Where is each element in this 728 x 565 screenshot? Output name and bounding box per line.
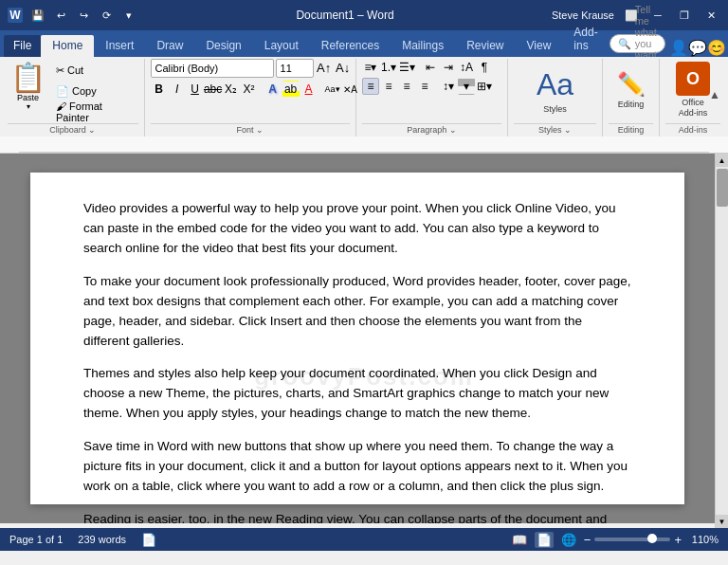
increase-indent-btn[interactable]: ⇥ (440, 59, 457, 76)
zoom-out-btn[interactable]: − (584, 533, 592, 547)
styles-label: Styles ⌄ (514, 123, 596, 135)
paragraph-1: Video provides a powerful way to help yo… (83, 199, 631, 259)
line-spacing-btn[interactable]: ↕▾ (440, 78, 457, 95)
user-name: Steve Krause (552, 9, 614, 21)
text-effects-btn[interactable]: A (264, 81, 282, 98)
document-title: Document1 – Word (138, 9, 552, 22)
para-expand-icon[interactable]: ⌄ (449, 125, 457, 135)
tab-insert[interactable]: Insert (94, 35, 145, 57)
share-btn[interactable]: 👤 (669, 38, 688, 57)
tab-file[interactable]: File (4, 35, 41, 57)
italic-btn[interactable]: I (169, 81, 186, 98)
scroll-down-btn[interactable]: ▼ (716, 515, 729, 528)
align-center-btn[interactable]: ≡ (380, 78, 397, 95)
document-page[interactable]: Video provides a powerful way to help yo… (30, 173, 684, 504)
paragraph-4: Save time in Word with new buttons that … (83, 437, 631, 497)
word-count[interactable]: 239 words (78, 534, 126, 545)
title-bar-left: W 💾 ↩ ↪ ⟳ ▾ (8, 6, 138, 25)
paragraph-group: ≡▾ 1.▾ ☰▾ ⇤ ⇥ ↕A ¶ ≡ ≡ ≡ ≡ ↕▾ ▾ (356, 59, 508, 137)
tab-mailings[interactable]: Mailings (391, 35, 455, 57)
save-quick-btn[interactable]: 💾 (28, 6, 47, 25)
zoom-controls: − + 110% (584, 533, 719, 547)
zoom-level[interactable]: 110% (685, 534, 719, 545)
scroll-thumb[interactable] (717, 169, 728, 207)
bold-btn[interactable]: B (151, 81, 168, 98)
grow-font-btn[interactable]: A↑ (316, 59, 333, 76)
highlight-btn[interactable]: ab (282, 81, 300, 98)
clipboard-expand-icon[interactable]: ⌄ (88, 125, 96, 135)
font-size-input[interactable] (276, 59, 314, 78)
restore-btn[interactable]: ❐ (675, 6, 694, 25)
paragraph-2: To make your document look professionall… (83, 272, 631, 352)
close-btn[interactable]: ✕ (701, 6, 720, 25)
styles-expand-icon[interactable]: ⌄ (564, 125, 572, 135)
status-right: 📖 📄 🌐 − + 110% (512, 532, 719, 548)
tab-review[interactable]: Review (455, 35, 515, 57)
scroll-up-btn[interactable]: ▲ (716, 154, 729, 167)
undo-quick-btn[interactable]: ↩ (51, 6, 70, 25)
read-mode-btn[interactable]: 📖 (512, 533, 527, 547)
justify-btn[interactable]: ≡ (416, 78, 433, 95)
page-info[interactable]: Page 1 of 1 (9, 534, 63, 545)
ribbon-collapse-btn[interactable]: ▲ (707, 87, 722, 102)
editing-icon: ✏️ (617, 71, 646, 98)
paste-btn[interactable]: 📋 Paste ▾ (8, 59, 48, 114)
borders-btn[interactable]: ⊞▾ (476, 78, 493, 95)
comments-btn[interactable]: 💬 (688, 38, 707, 57)
tab-addins[interactable]: Add-ins (562, 22, 609, 57)
underline-btn[interactable]: U (187, 81, 204, 98)
tell-me-bar[interactable]: 🔍 Tell me what you want to do (610, 34, 665, 53)
redo-quick-btn[interactable]: ↪ (74, 6, 93, 25)
editing-label: Editing (609, 123, 653, 135)
sort-btn[interactable]: ↕A (458, 59, 475, 76)
vertical-scrollbar[interactable]: ▲ ▼ (715, 154, 728, 528)
font-expand-icon[interactable]: ⌄ (256, 125, 264, 135)
numbering-btn[interactable]: 1.▾ (380, 59, 397, 76)
document-area-wrapper: groovyPost.com Video provides a powerful… (0, 154, 728, 528)
customize-quick-btn[interactable]: ▾ (119, 6, 138, 25)
bullets-btn[interactable]: ≡▾ (362, 59, 379, 76)
multilevel-btn[interactable]: ☰▾ (398, 59, 415, 76)
align-right-btn[interactable]: ≡ (398, 78, 415, 95)
scroll-track[interactable] (716, 167, 728, 515)
font-color-btn[interactable]: A (300, 81, 318, 98)
tab-design[interactable]: Design (194, 35, 252, 57)
decrease-indent-btn[interactable]: ⇤ (422, 59, 439, 76)
ribbon: 📋 Paste ▾ ✂ Cut 📄 Copy 🖌 Format Painter … (0, 57, 728, 137)
shrink-font-btn[interactable]: A↓ (335, 59, 352, 76)
cut-btn[interactable]: ✂ Cut (50, 61, 138, 80)
web-layout-btn[interactable]: 🌐 (561, 533, 576, 547)
shading-btn[interactable]: ▾ (458, 78, 475, 95)
zoom-thumb (647, 534, 657, 543)
superscript-btn[interactable]: X² (241, 81, 258, 98)
copy-btn[interactable]: 📄 Copy (50, 82, 138, 100)
office-addins-label: OfficeAdd-ins (679, 98, 708, 118)
repeat-quick-btn[interactable]: ⟳ (97, 6, 116, 25)
tab-references[interactable]: References (310, 35, 391, 57)
tab-draw[interactable]: Draw (145, 35, 194, 57)
font-selector-row: A↑ A↓ (151, 59, 352, 78)
paragraph-3: Themes and styles also help keep your do… (83, 364, 631, 424)
align-left-btn[interactable]: ≡ (362, 78, 379, 95)
document-container: groovyPost.com Video provides a powerful… (0, 154, 715, 523)
subscript-btn[interactable]: X₂ (223, 81, 240, 98)
tab-home[interactable]: Home (41, 35, 94, 57)
zoom-slider[interactable] (594, 538, 670, 541)
proofing-icon[interactable]: 📄 (141, 533, 156, 547)
styles-group: Aa Styles Styles ⌄ (508, 59, 603, 137)
office-addins-icon: O (676, 62, 710, 96)
print-layout-btn[interactable]: 📄 (535, 532, 554, 548)
zoom-in-btn[interactable]: + (674, 533, 682, 547)
title-bar: W 💾 ↩ ↪ ⟳ ▾ Document1 – Word Steve Kraus… (0, 0, 728, 30)
change-case-btn[interactable]: Aa▾ (324, 81, 341, 98)
font-family-input[interactable] (151, 59, 274, 78)
quick-access-toolbar: 💾 ↩ ↪ ⟳ ▾ (28, 6, 138, 25)
styles-icon: Aa (537, 67, 573, 102)
smiley-btn[interactable]: 😊 (707, 38, 726, 57)
format-painter-btn[interactable]: 🖌 Format Painter (50, 102, 138, 121)
font-group: A↑ A↓ B I U abc X₂ X² A ab A Aa▾ ✕A (145, 59, 356, 137)
strikethrough-btn[interactable]: abc (205, 81, 222, 98)
show-marks-btn[interactable]: ¶ (476, 59, 493, 76)
tab-view[interactable]: View (516, 35, 563, 57)
tab-layout[interactable]: Layout (253, 35, 310, 57)
